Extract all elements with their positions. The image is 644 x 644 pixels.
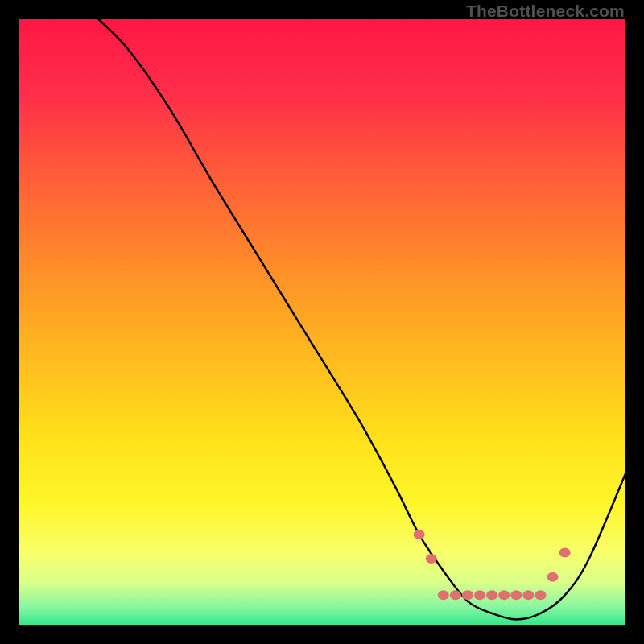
- highlight-dot: [559, 548, 571, 558]
- highlight-dot: [498, 590, 510, 600]
- bottleneck-curve-line: [19, 19, 625, 619]
- highlight-dot: [450, 590, 461, 600]
- chart-frame: TheBottleneck.com: [0, 0, 644, 644]
- highlight-dot: [426, 554, 437, 564]
- highlight-dot: [535, 590, 546, 600]
- curve-layer: [19, 19, 625, 625]
- highlight-dot: [462, 590, 473, 600]
- highlight-dot: [510, 590, 522, 600]
- highlight-dot: [438, 590, 449, 600]
- highlight-dot: [474, 590, 485, 600]
- highlight-dot: [547, 572, 559, 582]
- highlight-dot: [486, 590, 497, 600]
- highlight-dots-group: [414, 530, 571, 600]
- highlight-dot: [414, 530, 425, 539]
- highlight-dot: [522, 590, 534, 600]
- plot-area: [19, 19, 625, 625]
